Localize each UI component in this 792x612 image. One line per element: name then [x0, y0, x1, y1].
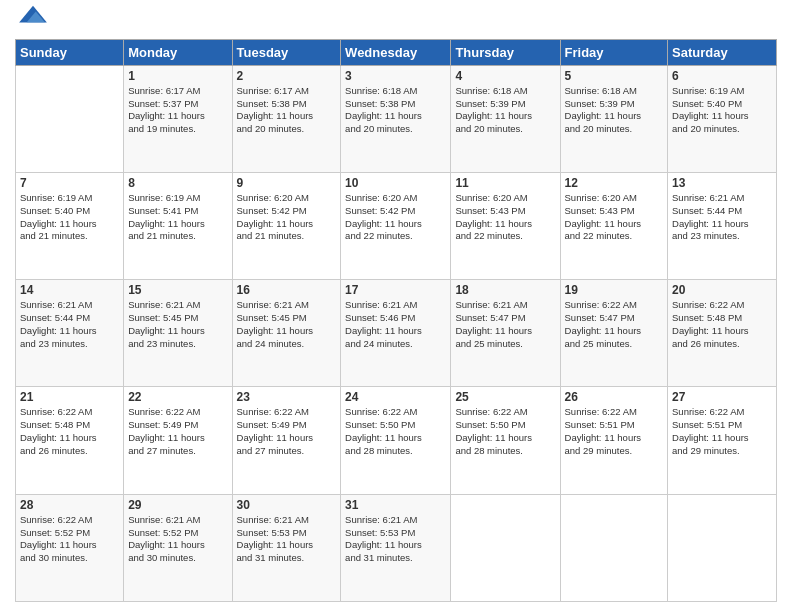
calendar-cell: 17Sunrise: 6:21 AM Sunset: 5:46 PM Dayli… — [341, 280, 451, 387]
day-number: 13 — [672, 176, 772, 190]
day-info: Sunrise: 6:21 AM Sunset: 5:46 PM Dayligh… — [345, 299, 446, 350]
weekday-header: Sunday — [16, 39, 124, 65]
day-info: Sunrise: 6:20 AM Sunset: 5:42 PM Dayligh… — [237, 192, 337, 243]
weekday-header: Tuesday — [232, 39, 341, 65]
day-number: 7 — [20, 176, 119, 190]
day-number: 4 — [455, 69, 555, 83]
calendar-cell: 26Sunrise: 6:22 AM Sunset: 5:51 PM Dayli… — [560, 387, 668, 494]
weekday-header: Wednesday — [341, 39, 451, 65]
calendar-cell — [668, 494, 777, 601]
day-info: Sunrise: 6:21 AM Sunset: 5:53 PM Dayligh… — [237, 514, 337, 565]
day-number: 26 — [565, 390, 664, 404]
calendar-cell: 13Sunrise: 6:21 AM Sunset: 5:44 PM Dayli… — [668, 172, 777, 279]
day-info: Sunrise: 6:22 AM Sunset: 5:50 PM Dayligh… — [345, 406, 446, 457]
day-number: 15 — [128, 283, 227, 297]
day-info: Sunrise: 6:22 AM Sunset: 5:48 PM Dayligh… — [20, 406, 119, 457]
day-info: Sunrise: 6:22 AM Sunset: 5:52 PM Dayligh… — [20, 514, 119, 565]
header — [15, 10, 777, 31]
day-info: Sunrise: 6:18 AM Sunset: 5:39 PM Dayligh… — [565, 85, 664, 136]
day-info: Sunrise: 6:22 AM Sunset: 5:51 PM Dayligh… — [672, 406, 772, 457]
calendar-cell: 16Sunrise: 6:21 AM Sunset: 5:45 PM Dayli… — [232, 280, 341, 387]
day-number: 17 — [345, 283, 446, 297]
calendar-cell: 27Sunrise: 6:22 AM Sunset: 5:51 PM Dayli… — [668, 387, 777, 494]
calendar-cell: 19Sunrise: 6:22 AM Sunset: 5:47 PM Dayli… — [560, 280, 668, 387]
calendar-header-row: SundayMondayTuesdayWednesdayThursdayFrid… — [16, 39, 777, 65]
calendar-cell: 22Sunrise: 6:22 AM Sunset: 5:49 PM Dayli… — [124, 387, 232, 494]
day-number: 31 — [345, 498, 446, 512]
day-number: 25 — [455, 390, 555, 404]
logo — [15, 10, 47, 31]
day-info: Sunrise: 6:21 AM Sunset: 5:52 PM Dayligh… — [128, 514, 227, 565]
calendar-cell: 4Sunrise: 6:18 AM Sunset: 5:39 PM Daylig… — [451, 65, 560, 172]
day-number: 30 — [237, 498, 337, 512]
calendar-cell: 20Sunrise: 6:22 AM Sunset: 5:48 PM Dayli… — [668, 280, 777, 387]
calendar-cell — [560, 494, 668, 601]
day-info: Sunrise: 6:17 AM Sunset: 5:38 PM Dayligh… — [237, 85, 337, 136]
day-number: 11 — [455, 176, 555, 190]
calendar-cell: 5Sunrise: 6:18 AM Sunset: 5:39 PM Daylig… — [560, 65, 668, 172]
day-info: Sunrise: 6:22 AM Sunset: 5:48 PM Dayligh… — [672, 299, 772, 350]
day-info: Sunrise: 6:22 AM Sunset: 5:47 PM Dayligh… — [565, 299, 664, 350]
weekday-header: Friday — [560, 39, 668, 65]
calendar-cell: 10Sunrise: 6:20 AM Sunset: 5:42 PM Dayli… — [341, 172, 451, 279]
day-number: 3 — [345, 69, 446, 83]
day-number: 20 — [672, 283, 772, 297]
weekday-header: Monday — [124, 39, 232, 65]
calendar-cell: 3Sunrise: 6:18 AM Sunset: 5:38 PM Daylig… — [341, 65, 451, 172]
day-info: Sunrise: 6:20 AM Sunset: 5:42 PM Dayligh… — [345, 192, 446, 243]
day-number: 6 — [672, 69, 772, 83]
day-number: 8 — [128, 176, 227, 190]
day-number: 9 — [237, 176, 337, 190]
day-info: Sunrise: 6:17 AM Sunset: 5:37 PM Dayligh… — [128, 85, 227, 136]
day-info: Sunrise: 6:20 AM Sunset: 5:43 PM Dayligh… — [455, 192, 555, 243]
calendar-cell: 23Sunrise: 6:22 AM Sunset: 5:49 PM Dayli… — [232, 387, 341, 494]
calendar-week-row: 21Sunrise: 6:22 AM Sunset: 5:48 PM Dayli… — [16, 387, 777, 494]
day-info: Sunrise: 6:20 AM Sunset: 5:43 PM Dayligh… — [565, 192, 664, 243]
calendar-cell: 9Sunrise: 6:20 AM Sunset: 5:42 PM Daylig… — [232, 172, 341, 279]
calendar-cell: 7Sunrise: 6:19 AM Sunset: 5:40 PM Daylig… — [16, 172, 124, 279]
day-info: Sunrise: 6:22 AM Sunset: 5:51 PM Dayligh… — [565, 406, 664, 457]
calendar-cell — [16, 65, 124, 172]
logo-icon — [19, 4, 47, 28]
day-number: 27 — [672, 390, 772, 404]
day-number: 14 — [20, 283, 119, 297]
day-info: Sunrise: 6:18 AM Sunset: 5:38 PM Dayligh… — [345, 85, 446, 136]
calendar-cell: 24Sunrise: 6:22 AM Sunset: 5:50 PM Dayli… — [341, 387, 451, 494]
day-number: 24 — [345, 390, 446, 404]
day-info: Sunrise: 6:21 AM Sunset: 5:44 PM Dayligh… — [20, 299, 119, 350]
day-number: 12 — [565, 176, 664, 190]
calendar-week-row: 7Sunrise: 6:19 AM Sunset: 5:40 PM Daylig… — [16, 172, 777, 279]
day-number: 2 — [237, 69, 337, 83]
day-number: 28 — [20, 498, 119, 512]
day-number: 18 — [455, 283, 555, 297]
day-info: Sunrise: 6:21 AM Sunset: 5:44 PM Dayligh… — [672, 192, 772, 243]
calendar-cell: 1Sunrise: 6:17 AM Sunset: 5:37 PM Daylig… — [124, 65, 232, 172]
day-info: Sunrise: 6:19 AM Sunset: 5:41 PM Dayligh… — [128, 192, 227, 243]
day-number: 16 — [237, 283, 337, 297]
day-number: 10 — [345, 176, 446, 190]
weekday-header: Thursday — [451, 39, 560, 65]
calendar-cell: 18Sunrise: 6:21 AM Sunset: 5:47 PM Dayli… — [451, 280, 560, 387]
calendar-cell — [451, 494, 560, 601]
day-info: Sunrise: 6:22 AM Sunset: 5:49 PM Dayligh… — [237, 406, 337, 457]
calendar-cell: 25Sunrise: 6:22 AM Sunset: 5:50 PM Dayli… — [451, 387, 560, 494]
calendar-cell: 6Sunrise: 6:19 AM Sunset: 5:40 PM Daylig… — [668, 65, 777, 172]
day-number: 5 — [565, 69, 664, 83]
day-info: Sunrise: 6:21 AM Sunset: 5:47 PM Dayligh… — [455, 299, 555, 350]
calendar-cell: 8Sunrise: 6:19 AM Sunset: 5:41 PM Daylig… — [124, 172, 232, 279]
day-info: Sunrise: 6:21 AM Sunset: 5:53 PM Dayligh… — [345, 514, 446, 565]
calendar-cell: 30Sunrise: 6:21 AM Sunset: 5:53 PM Dayli… — [232, 494, 341, 601]
calendar-table: SundayMondayTuesdayWednesdayThursdayFrid… — [15, 39, 777, 602]
calendar-week-row: 1Sunrise: 6:17 AM Sunset: 5:37 PM Daylig… — [16, 65, 777, 172]
page: SundayMondayTuesdayWednesdayThursdayFrid… — [0, 0, 792, 612]
day-number: 19 — [565, 283, 664, 297]
day-number: 29 — [128, 498, 227, 512]
calendar-week-row: 28Sunrise: 6:22 AM Sunset: 5:52 PM Dayli… — [16, 494, 777, 601]
day-number: 23 — [237, 390, 337, 404]
calendar-cell: 14Sunrise: 6:21 AM Sunset: 5:44 PM Dayli… — [16, 280, 124, 387]
calendar-cell: 21Sunrise: 6:22 AM Sunset: 5:48 PM Dayli… — [16, 387, 124, 494]
calendar-cell: 15Sunrise: 6:21 AM Sunset: 5:45 PM Dayli… — [124, 280, 232, 387]
calendar-cell: 11Sunrise: 6:20 AM Sunset: 5:43 PM Dayli… — [451, 172, 560, 279]
day-info: Sunrise: 6:21 AM Sunset: 5:45 PM Dayligh… — [237, 299, 337, 350]
weekday-header: Saturday — [668, 39, 777, 65]
